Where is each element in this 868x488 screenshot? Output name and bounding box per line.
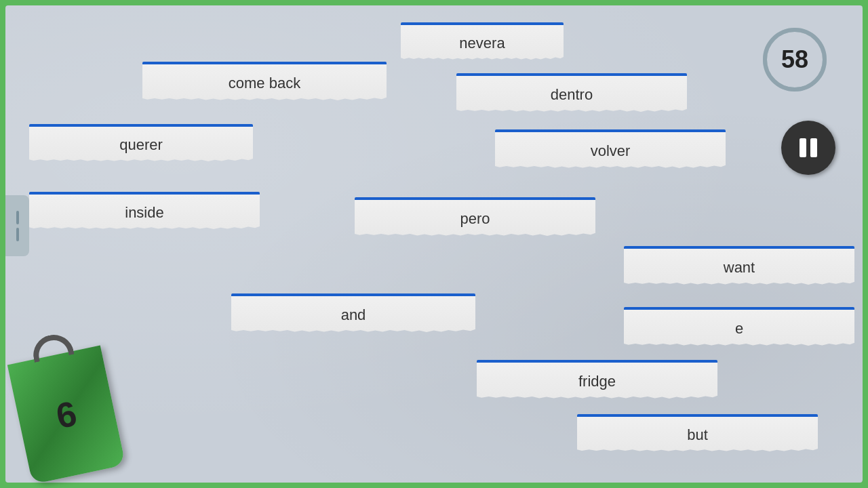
word-text-nevera: nevera	[459, 35, 505, 52]
bucket-handle	[30, 331, 75, 363]
score-bucket: 6	[19, 354, 114, 476]
word-card-pero[interactable]: pero	[355, 197, 595, 238]
word-text-fridge: fridge	[578, 373, 616, 390]
word-text-inside: inside	[125, 204, 163, 222]
word-card-and[interactable]: and	[231, 293, 475, 334]
word-card-come-back[interactable]: come back	[142, 62, 387, 102]
word-text-dentro: dentro	[551, 86, 593, 104]
word-card-but[interactable]: but	[577, 414, 818, 453]
word-text-volver: volver	[591, 142, 631, 160]
game-area: neveracome backdentroquerervolverinsidep…	[5, 5, 863, 483]
pause-icon	[800, 138, 817, 157]
bucket-body: 6	[7, 345, 125, 484]
side-panel	[5, 195, 29, 256]
panel-indicator	[16, 211, 19, 241]
timer-value: 58	[781, 45, 808, 74]
word-text-come-back: come back	[229, 75, 300, 92]
word-card-nevera[interactable]: nevera	[401, 22, 564, 62]
word-card-e[interactable]: e	[624, 307, 854, 348]
word-card-fridge[interactable]: fridge	[477, 360, 717, 401]
word-card-inside[interactable]: inside	[29, 192, 260, 231]
word-text-pero: pero	[460, 210, 490, 228]
timer-display: 58	[761, 26, 829, 94]
word-text-want: want	[724, 259, 755, 277]
word-text-but: but	[687, 426, 708, 444]
word-card-want[interactable]: want	[624, 246, 854, 287]
word-card-querer[interactable]: querer	[29, 124, 253, 163]
word-text-e: e	[735, 320, 743, 338]
word-text-and: and	[341, 306, 366, 324]
word-card-volver[interactable]: volver	[495, 129, 726, 170]
pause-button[interactable]	[781, 121, 835, 175]
word-card-dentro[interactable]: dentro	[456, 73, 687, 114]
word-text-querer: querer	[119, 136, 163, 154]
score-value: 6	[53, 393, 81, 437]
